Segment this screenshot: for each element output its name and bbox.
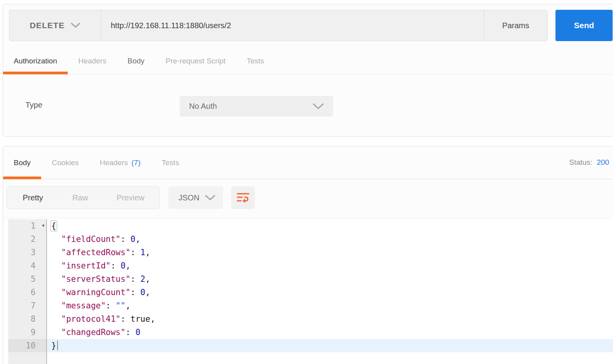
code-line: 5 "serverStatus": 2, bbox=[8, 272, 613, 286]
tab-response-cookies[interactable]: Cookies bbox=[41, 146, 89, 179]
format-value: JSON bbox=[178, 193, 205, 202]
line-number: 9 bbox=[8, 326, 47, 339]
code-lines: 1▾{2 "fieldCount": 0,3 "affectedRows": 1… bbox=[8, 218, 613, 364]
code-text[interactable]: "message": "", bbox=[47, 299, 613, 312]
wrap-lines-button[interactable] bbox=[231, 186, 255, 209]
tab-authorization[interactable]: Authorization bbox=[3, 48, 68, 74]
tab-pre-request-script[interactable]: Pre-request Script bbox=[155, 48, 236, 74]
code-text[interactable]: "insertId": 0, bbox=[47, 259, 613, 272]
url-input[interactable]: http://192.168.11.118:1880/users/2 bbox=[101, 10, 484, 41]
line-number: 7 bbox=[8, 299, 47, 312]
url-bar: DELETE http://192.168.11.118:1880/users/… bbox=[9, 10, 548, 41]
code-line: 6 "warningCount": 0, bbox=[8, 286, 613, 299]
code-line: 10} bbox=[8, 339, 613, 352]
code-line: 7 "message": "", bbox=[8, 299, 613, 312]
tab-response-headers[interactable]: Headers (7) bbox=[89, 146, 151, 179]
wrap-lines-icon bbox=[236, 192, 250, 204]
code-line: 8 "protocol41": true, bbox=[8, 312, 613, 326]
status-line: Status: 200 bbox=[569, 158, 609, 167]
line-number: 4 bbox=[8, 259, 47, 272]
code-text[interactable]: "fieldCount": 0, bbox=[47, 232, 613, 246]
request-panel: DELETE http://192.168.11.118:1880/users/… bbox=[3, 4, 613, 137]
code-text[interactable]: "warningCount": 0, bbox=[47, 286, 613, 299]
line-number: 10 bbox=[8, 339, 47, 352]
tab-response-tests[interactable]: Tests bbox=[151, 146, 189, 179]
code-text[interactable]: "protocol41": true, bbox=[47, 312, 613, 326]
code-text[interactable]: "changedRows": 0 bbox=[47, 326, 613, 339]
view-mode-group: Pretty Raw Preview bbox=[7, 186, 160, 209]
status-value[interactable]: 200 bbox=[597, 158, 609, 166]
code-line: 9 "changedRows": 0 bbox=[8, 326, 613, 339]
code-line: 2 "fieldCount": 0, bbox=[8, 232, 613, 246]
auth-type-select[interactable]: No Auth bbox=[180, 96, 333, 117]
code-text[interactable]: { bbox=[47, 219, 613, 232]
response-tab-bar: Body Cookies Headers (7) Tests bbox=[3, 146, 613, 179]
status-label: Status: bbox=[569, 158, 592, 166]
code-text[interactable]: "serverStatus": 2, bbox=[47, 272, 613, 286]
format-select[interactable]: JSON bbox=[168, 186, 223, 209]
method-label: DELETE bbox=[30, 21, 65, 30]
tab-response-body[interactable]: Body bbox=[3, 146, 41, 179]
code-text[interactable]: } bbox=[47, 339, 613, 352]
active-tab-underline bbox=[3, 177, 41, 179]
tab-body[interactable]: Body bbox=[117, 48, 155, 74]
line-number: 6 bbox=[8, 286, 47, 299]
params-button[interactable]: Params bbox=[484, 10, 547, 41]
chevron-down-icon bbox=[71, 23, 80, 28]
auth-type-label: Type bbox=[25, 101, 42, 110]
gutter-filler bbox=[8, 352, 613, 364]
view-mode-pretty[interactable]: Pretty bbox=[7, 193, 59, 202]
view-mode-preview[interactable]: Preview bbox=[102, 193, 159, 202]
line-number: 8 bbox=[8, 312, 47, 326]
tab-headers[interactable]: Headers bbox=[68, 48, 117, 74]
active-tab-underline bbox=[3, 72, 68, 74]
text-cursor bbox=[57, 341, 58, 350]
view-mode-raw[interactable]: Raw bbox=[59, 193, 102, 202]
code-line: 1▾{ bbox=[8, 219, 613, 232]
line-number: 2 bbox=[8, 232, 47, 246]
chevron-down-icon bbox=[313, 103, 324, 110]
response-panel: Body Cookies Headers (7) Tests Status: 2… bbox=[3, 146, 613, 364]
line-number: 3 bbox=[8, 246, 47, 259]
method-dropdown[interactable]: DELETE bbox=[9, 10, 101, 41]
code-line: 3 "affectedRows": 1, bbox=[8, 246, 613, 259]
line-number: 1▾ bbox=[8, 219, 47, 232]
postman-app: { "colors": { "accent_orange": "#f47023"… bbox=[0, 0, 613, 364]
response-body-editor: 1▾{2 "fieldCount": 0,3 "affectedRows": 1… bbox=[3, 218, 613, 364]
response-toolbar: Pretty Raw Preview JSON bbox=[7, 186, 255, 209]
request-tab-bar: Authorization Headers Body Pre-request S… bbox=[3, 48, 613, 74]
line-number: 5 bbox=[8, 272, 47, 286]
send-button[interactable]: Send bbox=[555, 10, 613, 41]
fold-arrow-icon[interactable]: ▾ bbox=[41, 219, 45, 232]
auth-type-value: No Auth bbox=[189, 102, 313, 111]
headers-count-badge: (7) bbox=[132, 159, 141, 167]
code-text[interactable]: "affectedRows": 1, bbox=[47, 246, 613, 259]
tab-tests[interactable]: Tests bbox=[236, 48, 274, 74]
code-line: 4 "insertId": 0, bbox=[8, 259, 613, 272]
chevron-down-icon bbox=[205, 195, 215, 201]
